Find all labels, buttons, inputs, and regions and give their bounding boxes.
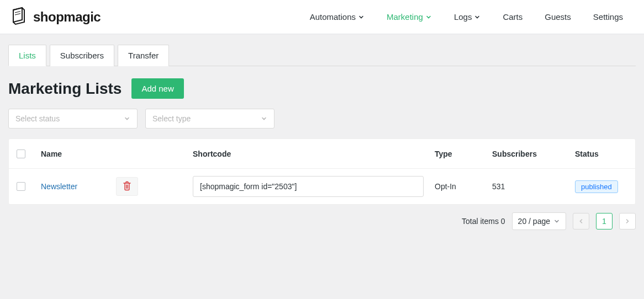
total-items-label: Total items 0 <box>462 217 505 226</box>
shortcode-input[interactable] <box>193 176 424 197</box>
chevron-down-icon <box>553 218 560 225</box>
chevron-left-icon <box>578 217 584 226</box>
status-badge: published <box>575 180 618 193</box>
trash-icon <box>123 181 131 193</box>
nav-carts[interactable]: Carts <box>503 12 522 22</box>
lists-table: Name Shortcode Type Subscribers Status N… <box>8 138 636 205</box>
nav-marketing-label: Marketing <box>387 12 423 22</box>
prev-page-button[interactable] <box>573 213 589 229</box>
content-area: Lists Subscribers Transfer Marketing Lis… <box>0 34 644 240</box>
nav-automations-label: Automations <box>310 12 356 22</box>
table-row: Newsletter Opt-In 531 published <box>9 169 635 204</box>
table-header-row: Name Shortcode Type Subscribers Status <box>9 139 635 169</box>
brand: shopmagic <box>10 7 101 27</box>
col-header-type: Type <box>435 150 492 158</box>
col-header-name: Name <box>41 150 193 158</box>
nav-logs-label: Logs <box>454 12 472 22</box>
brand-logo-icon <box>10 7 28 27</box>
title-row: Marketing Lists Add new <box>8 78 636 99</box>
nav-logs[interactable]: Logs <box>454 12 481 22</box>
nav-settings[interactable]: Settings <box>593 12 623 22</box>
col-header-status: Status <box>575 150 627 158</box>
chevron-down-icon <box>425 14 432 20</box>
tab-lists[interactable]: Lists <box>8 45 46 66</box>
filters-row: Select status Select type <box>8 109 636 129</box>
add-new-button[interactable]: Add new <box>131 78 183 99</box>
top-bar: shopmagic Automations Marketing Logs Car… <box>0 0 644 34</box>
delete-button[interactable] <box>116 177 138 196</box>
list-name-link[interactable]: Newsletter <box>41 182 77 191</box>
type-filter-select[interactable]: Select type <box>145 109 275 129</box>
tab-subscribers-label: Subscribers <box>60 51 104 60</box>
status-filter-select[interactable]: Select status <box>8 109 138 129</box>
select-all-checkbox[interactable] <box>17 150 25 158</box>
status-filter-placeholder: Select status <box>15 114 60 123</box>
nav-guests[interactable]: Guests <box>545 12 571 22</box>
col-header-subscribers: Subscribers <box>492 150 575 158</box>
main-nav: Automations Marketing Logs Carts Guests … <box>310 12 634 22</box>
row-subscribers: 531 <box>492 182 575 191</box>
page-size-select[interactable]: 20 / page <box>512 212 566 230</box>
col-header-shortcode: Shortcode <box>193 150 435 158</box>
next-page-button[interactable] <box>619 213 636 229</box>
page-number-button[interactable]: 1 <box>596 213 613 229</box>
tab-transfer-label: Transfer <box>128 51 159 60</box>
page-number-label: 1 <box>602 217 606 226</box>
sub-tabs: Lists Subscribers Transfer <box>8 44 636 66</box>
nav-carts-label: Carts <box>503 12 522 22</box>
chevron-down-icon <box>474 14 481 20</box>
row-type: Opt-In <box>435 182 492 191</box>
chevron-right-icon <box>625 217 630 226</box>
tab-transfer[interactable]: Transfer <box>118 45 169 66</box>
nav-guests-label: Guests <box>545 12 571 22</box>
nav-automations[interactable]: Automations <box>310 12 365 22</box>
pagination: Total items 0 20 / page 1 <box>8 212 636 230</box>
tab-lists-label: Lists <box>19 51 36 60</box>
page-title: Marketing Lists <box>8 80 122 98</box>
chevron-down-icon <box>261 115 267 122</box>
brand-name: shopmagic <box>33 9 101 25</box>
chevron-down-icon <box>358 14 365 20</box>
nav-settings-label: Settings <box>593 12 623 22</box>
chevron-down-icon <box>124 115 130 122</box>
page-size-label: 20 / page <box>518 217 550 226</box>
type-filter-placeholder: Select type <box>152 114 191 123</box>
row-checkbox[interactable] <box>17 182 25 191</box>
tab-subscribers[interactable]: Subscribers <box>50 45 114 66</box>
nav-marketing[interactable]: Marketing <box>387 12 432 22</box>
